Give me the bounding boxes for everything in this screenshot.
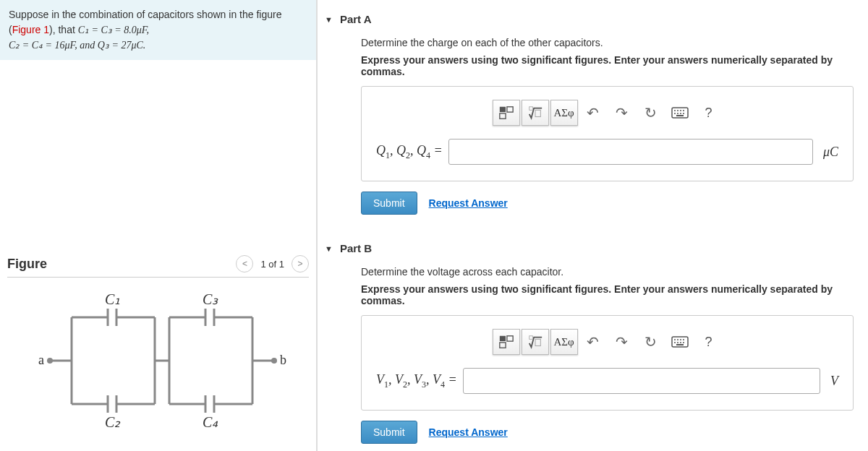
svg-point-55 [683, 342, 684, 343]
problem-eq1: C₁ = C₃ = 8.0μF, [78, 25, 149, 35]
collapse-icon: ▼ [325, 244, 333, 253]
part-b-request-answer-link[interactable]: Request Answer [429, 426, 508, 438]
figure-prev-button[interactable]: < [236, 255, 253, 272]
keyboard-button[interactable] [666, 100, 694, 126]
figure-header: Figure < 1 of 1 > [7, 255, 309, 278]
svg-rect-30 [535, 110, 540, 116]
figure-title: Figure [7, 257, 47, 272]
svg-rect-45 [535, 339, 540, 345]
svg-rect-44 [499, 343, 505, 348]
part-a-variable-label: Q1, Q2, Q4 = [376, 143, 443, 161]
svg-point-37 [674, 113, 676, 114]
svg-rect-27 [499, 107, 505, 112]
svg-point-25 [47, 358, 53, 364]
redo-button[interactable]: ↷ [608, 100, 636, 126]
c4-label: C₄ [203, 414, 218, 430]
figure-link[interactable]: Figure 1 [12, 24, 49, 35]
circuit-figure: a b C₁ C₂ C₃ C₄ [28, 288, 289, 433]
problem-eq2: C₂ = C₄ = 16μF, and Q₃ = 27μC. [9, 40, 145, 51]
c1-label: C₁ [105, 291, 120, 307]
svg-point-40 [683, 113, 684, 114]
figure-nav: < 1 of 1 > [236, 255, 309, 272]
svg-point-39 [680, 113, 681, 114]
greek-button[interactable]: ΑΣφ [550, 100, 578, 126]
svg-point-52 [674, 342, 676, 343]
svg-point-34 [677, 110, 678, 111]
help-button[interactable]: ? [695, 329, 723, 355]
svg-rect-41 [676, 115, 684, 116]
part-a-header[interactable]: ▼ Part A [325, 0, 861, 31]
svg-rect-28 [506, 107, 512, 112]
part-a-request-answer-link[interactable]: Request Answer [429, 197, 508, 209]
c2-label: C₂ [105, 414, 121, 430]
svg-rect-46 [529, 336, 532, 340]
part-a-instruction: Express your answers using two significa… [361, 54, 854, 77]
svg-point-35 [680, 110, 681, 111]
part-b-variable-label: V1, V2, V3, V4 = [376, 372, 457, 390]
undo-button[interactable]: ↶ [579, 329, 607, 355]
part-b-submit-button[interactable]: Submit [361, 421, 417, 444]
part-b-unit: V [826, 374, 838, 389]
reset-button[interactable]: ↻ [637, 329, 665, 355]
reset-button[interactable]: ↻ [637, 100, 665, 126]
part-a-description: Determine the charge on each of the othe… [361, 37, 854, 48]
redo-button[interactable]: ↷ [608, 329, 636, 355]
problem-statement: Suppose in the combination of capacitors… [0, 0, 316, 60]
part-a-unit: μC [819, 145, 838, 160]
collapse-icon: ▼ [325, 15, 333, 24]
part-a-submit-button[interactable]: Submit [361, 192, 417, 215]
sqrt-button[interactable] [522, 100, 549, 126]
part-b-answer-card: ΑΣφ ↶ ↷ ↻ ? V1, V2, V3, V4 = V [361, 315, 854, 411]
keyboard-button[interactable] [666, 329, 694, 355]
greek-button[interactable]: ΑΣφ [550, 329, 578, 355]
part-b-description: Determine the voltage across each capaci… [361, 266, 854, 278]
part-a-answer-input[interactable] [448, 139, 813, 165]
figure-next-button[interactable]: > [292, 255, 309, 272]
node-b-label: b [280, 353, 286, 367]
svg-rect-56 [676, 344, 684, 345]
part-b-toolbar: ΑΣφ ↶ ↷ ↻ ? [376, 329, 838, 355]
svg-point-38 [677, 113, 678, 114]
svg-point-51 [683, 339, 684, 340]
c3-label: C₃ [203, 291, 218, 307]
help-button[interactable]: ? [695, 100, 723, 126]
svg-rect-42 [499, 336, 505, 341]
part-b-header[interactable]: ▼ Part B [325, 229, 861, 260]
problem-after-fig: ), that [49, 24, 78, 35]
svg-point-50 [680, 339, 681, 340]
templates-button[interactable] [493, 329, 520, 355]
svg-rect-29 [499, 113, 505, 119]
part-b-answer-input[interactable] [463, 368, 820, 394]
svg-point-33 [674, 110, 676, 111]
part-a-toolbar: ΑΣφ ↶ ↷ ↻ ? [376, 100, 838, 126]
part-b-instruction: Express your answers using two significa… [361, 283, 854, 306]
svg-rect-31 [529, 107, 532, 111]
svg-point-48 [674, 339, 676, 340]
node-a-label: a [38, 353, 44, 367]
figure-counter: 1 of 1 [256, 259, 289, 270]
sqrt-button[interactable] [522, 329, 549, 355]
svg-point-54 [680, 342, 681, 343]
svg-point-53 [677, 342, 678, 343]
svg-point-36 [683, 110, 684, 111]
svg-rect-43 [506, 336, 512, 341]
svg-point-26 [271, 358, 277, 364]
svg-point-49 [677, 339, 678, 340]
part-a-title: Part A [340, 13, 372, 25]
part-b-title: Part B [340, 242, 372, 254]
part-a-answer-card: ΑΣφ ↶ ↷ ↻ ? Q1, Q2, Q4 = μC [361, 86, 854, 181]
undo-button[interactable]: ↶ [579, 100, 607, 126]
templates-button[interactable] [493, 100, 520, 126]
